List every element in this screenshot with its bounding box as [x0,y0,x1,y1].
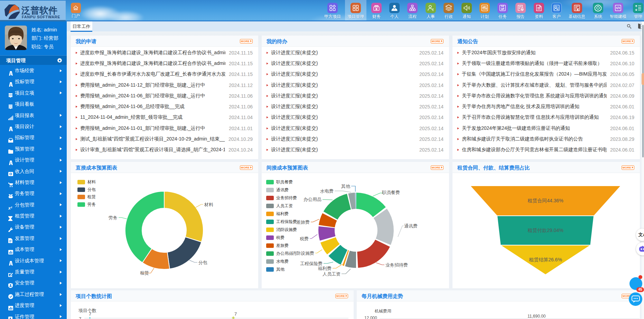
svg-text:差旅费: 差旅费 [296,220,310,225]
svg-text:福利费: 福利费 [318,266,332,271]
svg-text:税费: 税费 [300,236,309,241]
svg-text:其他: 其他 [341,184,351,189]
svg-text:租赁结算26.6%: 租赁结算26.6% [529,257,562,262]
svg-text:水电费: 水电费 [320,188,334,194]
svg-text:劳务: 劳务 [109,215,118,220]
svg-text:业务招待费: 业务招待费 [385,262,408,268]
svg-text:通讯费: 通讯费 [404,223,418,229]
svg-text:职员餐费: 职员餐费 [382,190,400,195]
svg-text:材料: 材料 [204,202,213,207]
svg-text:租赁合同44.36%: 租赁合同44.36% [528,198,563,203]
svg-text:办公用品: 办公用品 [304,197,321,202]
svg-text:租赁付款29.04%: 租赁付款29.04% [528,228,563,233]
svg-text:人员工资: 人员工资 [323,271,340,277]
svg-text:分包: 分包 [198,260,207,265]
svg-text:工程保险费: 工程保险费 [300,261,323,266]
svg-text:租赁: 租赁 [140,270,149,276]
